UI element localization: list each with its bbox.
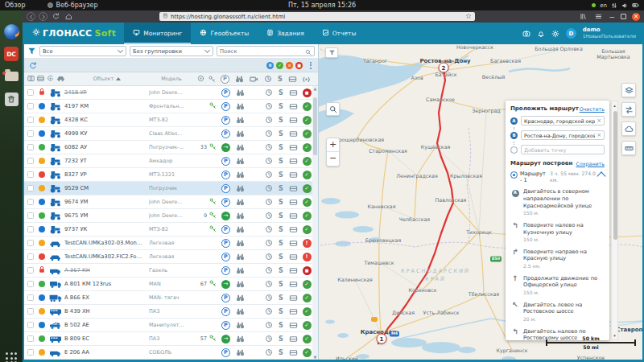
device-icon[interactable] [287, 280, 300, 289]
library-icon[interactable] [578, 12, 588, 22]
track-icon[interactable]: S [275, 267, 287, 274]
parking-icon[interactable]: P [221, 321, 230, 330]
track-icon[interactable]: S [275, 199, 287, 206]
binoculars-icon[interactable] [233, 143, 248, 152]
table-row[interactable]: 8327 УРМТЗ-1221PS✓ [24, 168, 313, 182]
track-icon[interactable]: S [275, 240, 287, 247]
clear-route-link[interactable]: Очистить [580, 106, 605, 112]
device-icon[interactable] [287, 335, 300, 343]
device-icon[interactable] [287, 266, 300, 275]
table-row[interactable]: 7232 УТАмкадорPS✓ [24, 154, 313, 168]
map[interactable]: НовочеркасскТаганрогРостов-на-ДонуБагаев… [319, 44, 642, 360]
state-ok-icon[interactable]: ✓ [303, 307, 312, 316]
track-icon[interactable]: S [275, 322, 287, 329]
home-button[interactable] [64, 12, 73, 22]
row-checkbox[interactable] [27, 281, 34, 287]
binoculars-icon[interactable] [233, 294, 248, 302]
motion-state-column-icon[interactable]: P [218, 75, 232, 84]
parking-icon[interactable]: P [221, 348, 230, 357]
device-icon[interactable] [287, 184, 300, 193]
row-checkbox[interactable] [27, 185, 34, 191]
state-blocked-icon[interactable]: ■ [303, 266, 312, 275]
track-icon[interactable]: S [275, 158, 287, 165]
row-checkbox[interactable] [27, 240, 34, 246]
binoculars-icon[interactable] [233, 171, 248, 179]
address-bar[interactable]: https://hosting.glonasssoft.ru/client.ht… [159, 12, 475, 21]
add-point-input[interactable]: Добавить точку [521, 145, 605, 154]
satellites-column-icon[interactable] [195, 75, 206, 84]
state-ok-icon[interactable]: ✓ [303, 130, 312, 138]
binoculars-icon[interactable] [233, 116, 248, 125]
battery-icon[interactable] [632, 2, 639, 9]
counter-blocked[interactable]: ■ [295, 62, 303, 69]
moving-icon[interactable]: → [221, 212, 230, 220]
history-icon[interactable] [262, 294, 275, 302]
object-column-header[interactable]: Объект [66, 76, 148, 82]
table-row[interactable]: 9737 УКМТЗ-82PS✓ [24, 223, 313, 237]
screenshot-icon[interactable] [522, 26, 530, 41]
state-ok-icon[interactable]: ✓ [303, 280, 312, 289]
binoculars-icon[interactable] [233, 130, 248, 138]
filter-funnel-icon[interactable] [27, 43, 36, 59]
parking-icon[interactable]: P [221, 294, 230, 302]
binoculars-icon[interactable] [233, 198, 248, 207]
binoculars-icon[interactable] [233, 266, 248, 275]
forward-button[interactable] [39, 12, 47, 21]
map-weather-button[interactable] [621, 121, 636, 136]
row-checkbox[interactable] [27, 89, 34, 96]
track-column-icon[interactable]: S [275, 76, 286, 83]
row-checkbox[interactable] [27, 322, 34, 328]
table-row[interactable]: В 502 АЕМанипулят…PS✓ [24, 319, 313, 332]
state-alert-icon[interactable]: ! [303, 253, 312, 261]
parking-icon[interactable]: P [221, 171, 230, 179]
binoculars-icon[interactable] [233, 157, 248, 166]
tab-monitor[interactable]: Мониторинг [124, 23, 191, 44]
parking-icon[interactable]: P [221, 184, 230, 193]
moving-icon[interactable]: → [221, 143, 230, 152]
table-row[interactable]: В 439 ХНПАЗPS✓ [24, 305, 313, 319]
map-search-button[interactable] [326, 102, 340, 116]
ignition-key-icon[interactable] [209, 198, 217, 207]
row-checkbox[interactable] [27, 130, 34, 137]
device-icon[interactable] [287, 321, 300, 330]
device-icon[interactable] [287, 88, 300, 97]
binoculars-icon[interactable] [233, 321, 248, 330]
focused-app-menu[interactable]: Веб-браузер [47, 2, 97, 9]
page-info-icon[interactable] [163, 13, 168, 20]
parking-icon[interactable]: P [221, 239, 230, 248]
device-icon[interactable] [287, 198, 300, 207]
parking-icon[interactable]: P [221, 253, 230, 261]
search-box[interactable] [217, 46, 315, 56]
map-filter-toggle-button[interactable] [325, 47, 338, 58]
notifications-bell-icon[interactable] [537, 26, 545, 41]
back-button[interactable] [27, 12, 35, 21]
device-icon[interactable] [287, 307, 300, 316]
history-icon[interactable] [262, 335, 275, 343]
counter-paused[interactable]: II [266, 62, 274, 69]
table-row[interactable]: 4197 КМФронтальн…PS✓ [24, 100, 313, 113]
binoculars-column-icon[interactable] [232, 75, 247, 84]
track-icon[interactable]: S [275, 335, 287, 343]
moving-icon[interactable]: → [221, 280, 230, 289]
binoculars-icon[interactable] [233, 102, 248, 111]
parking-icon[interactable]: P [221, 225, 230, 234]
track-icon[interactable]: S [275, 185, 287, 192]
history-icon[interactable] [262, 266, 275, 274]
route-panel-scrollbar[interactable]: ▴ ▾ [611, 101, 618, 340]
table-row[interactable]: 9529 СМПогрузчикPS✓ [24, 182, 313, 195]
history-icon[interactable] [262, 143, 275, 151]
table-row[interactable]: 9674 УМJohn Deere…PS✓ [24, 195, 313, 209]
scroll-down-icon[interactable]: ▼ [312, 355, 318, 360]
parking-icon[interactable]: P [221, 88, 230, 97]
state-ok-icon[interactable]: ✓ [303, 198, 312, 207]
state-ok-icon[interactable]: ✓ [303, 225, 312, 234]
state-ok-icon[interactable]: ✓ [303, 184, 312, 193]
route-step[interactable]: ↰Поверните налево на Кузнечную улицу150 … [510, 222, 605, 243]
point-a-input[interactable]: Краснодар, городской округ Кр × [521, 116, 605, 125]
history-icon[interactable] [262, 184, 275, 192]
history-icon[interactable] [262, 253, 275, 261]
route-radio[interactable] [510, 171, 518, 179]
tab-reports[interactable]: Отчеты [313, 23, 365, 44]
state-ok-icon[interactable]: ✓ [303, 294, 312, 302]
device-icon[interactable] [287, 253, 300, 261]
